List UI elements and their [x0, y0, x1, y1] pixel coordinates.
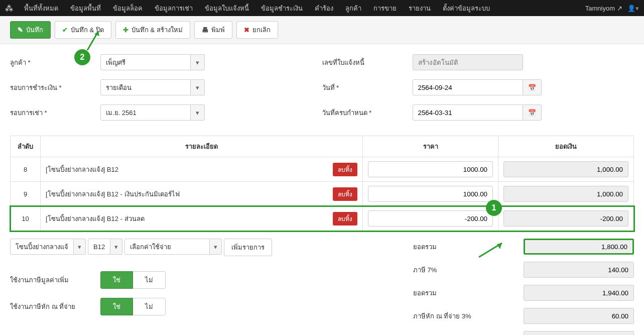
save-new-label: บันทึก & สร้างใหม่ — [132, 25, 183, 35]
wht-toggle-label: ใช้งานภาษีหัก ณ ที่จ่าย — [10, 301, 100, 312]
vat-label: ภาษี 7% — [413, 265, 513, 275]
row-price-input[interactable] — [368, 210, 493, 227]
nav-item-rental[interactable]: ข้อมูลการเช่า — [149, 3, 199, 14]
save-label: บันทึก — [26, 25, 43, 35]
due-date-input[interactable] — [413, 104, 523, 121]
print-button[interactable]: 🖶 พิมพ์ — [194, 21, 232, 39]
top-navigation: ⁂ พื้นที่ทั้งหมด ข้อมูลพื้นที่ ข้อมูลล็อ… — [0, 0, 644, 16]
lock-select[interactable]: B12 — [88, 239, 122, 256]
wht-toggle[interactable]: ใช่ ไม่ — [100, 298, 166, 315]
calendar-icon[interactable]: 📅 — [523, 104, 542, 121]
save-button[interactable]: ✎ บันทึก — [10, 21, 51, 39]
th-desc: รายละเอียด — [41, 136, 363, 157]
row-price-input[interactable] — [368, 186, 493, 202]
row-amount-input — [503, 186, 628, 202]
delete-row-button[interactable]: ลบทิ้ง — [333, 212, 357, 226]
table-row: 9[โซนปิ้งย่างกลางแจ้ง] B12 - เงินประกันม… — [11, 182, 634, 206]
date-label: วันที่ * — [322, 82, 413, 93]
vat-toggle[interactable]: ใช่ ไม่ — [100, 271, 166, 289]
customer-value: เพ็ญศรี — [100, 54, 191, 70]
delete-row-button[interactable]: ลบทิ้ง — [333, 187, 357, 201]
nav-item-report[interactable]: รายงาน — [403, 3, 437, 14]
nav-item-sales[interactable]: การขาย — [367, 3, 403, 14]
chevron-down-icon[interactable] — [191, 54, 205, 70]
annotation-marker-1: 1 — [486, 200, 502, 216]
annotation-marker-2: 2 — [74, 49, 90, 65]
save-new-button[interactable]: ✚ บันทึก & สร้างใหม่ — [115, 21, 190, 39]
add-item-controls: โซนปิ้งย่างกลางแจ้ B12 เลือกค่าใช้จ่าย เ… — [10, 239, 403, 256]
rent-cycle-value: เม.ย. 2561 — [100, 104, 191, 121]
customer-select[interactable]: เพ็ญศรี — [100, 54, 205, 70]
nav-item-area-info[interactable]: ข้อมูลพื้นที่ — [64, 3, 107, 14]
row-desc-cell: [โซนปิ้งย่างกลางแจ้ง] B12 - เงินประกันมิ… — [41, 182, 363, 206]
vat-toggle-label: ใช้งานภาษีมูลค่าเพิ่ม — [10, 275, 100, 285]
total-value — [524, 285, 634, 301]
nav-item-settings[interactable]: ตั้งค่าข้อมูลระบบ — [437, 3, 496, 14]
chevron-down-icon[interactable] — [110, 239, 122, 255]
chevron-down-icon[interactable] — [191, 104, 205, 121]
print-icon: 🖶 — [202, 26, 208, 34]
nav-item-request[interactable]: คำร้อง — [309, 3, 339, 14]
add-item-button[interactable]: เพิ่มรายการ — [224, 239, 272, 256]
user-icon[interactable]: 👤▾ — [627, 5, 639, 12]
wht-no[interactable]: ไม่ — [133, 298, 166, 315]
user-label: Tamniyom — [585, 5, 615, 12]
th-amount: ยอดเงิน — [498, 136, 634, 157]
lock-value: B12 — [88, 239, 110, 255]
invoice-no-input — [413, 54, 523, 70]
vat-yes[interactable]: ใช่ — [100, 271, 133, 289]
vat-value — [524, 262, 634, 278]
row-price-input[interactable] — [368, 161, 493, 177]
user-menu[interactable]: Tamniyom ↗ — [585, 5, 622, 12]
print-label: พิมพ์ — [211, 25, 225, 35]
row-desc: [โซนปิ้งย่างกลางแจ้ง] B12 — [46, 164, 118, 175]
zone-select[interactable]: โซนปิ้งย่างกลางแจ้ — [10, 239, 86, 256]
row-seq: 8 — [11, 157, 41, 182]
row-price-cell — [363, 182, 498, 206]
th-price: ราคา — [363, 136, 498, 157]
wht-yes[interactable]: ใช่ — [100, 298, 133, 315]
due-date-label: วันที่ครบกำหนด * — [322, 107, 413, 118]
expense-select[interactable]: เลือกค่าใช้จ่าย — [124, 239, 222, 256]
table-row: 10[โซนปิ้งย่างกลางแจ้ง] B12 - ส่วนลดลบทิ… — [11, 206, 634, 231]
annotation-arrow-subtotal — [477, 240, 507, 260]
nav-item-invoice[interactable]: ข้อมูลใบแจ้งหนี้ — [199, 3, 255, 14]
annotation-arrow-2 — [83, 28, 103, 53]
subtotal-value — [524, 239, 634, 255]
chevron-down-icon[interactable] — [74, 239, 86, 255]
nav-item-areas[interactable]: พื้นที่ทั้งหมด — [18, 3, 64, 14]
save-icon: ✎ — [18, 26, 23, 34]
nav-item-payment[interactable]: ข้อมูลชำระเงิน — [255, 3, 309, 14]
date-input[interactable] — [413, 79, 523, 95]
net-value — [524, 331, 634, 335]
cancel-icon: ✖ — [244, 26, 249, 34]
vat-no[interactable]: ไม่ — [133, 271, 166, 289]
row-price-cell — [363, 157, 498, 182]
plus-icon: ✚ — [123, 26, 128, 34]
row-desc-cell: [โซนปิ้งย่างกลางแจ้ง] B12 - ส่วนลดลบทิ้ง — [41, 206, 363, 231]
row-seq: 9 — [11, 182, 41, 206]
chevron-down-icon[interactable] — [210, 239, 222, 255]
row-amount-input — [503, 161, 628, 177]
row-desc: [โซนปิ้งย่างกลางแจ้ง] B12 - เงินประกันมิ… — [46, 189, 180, 199]
table-row: 8[โซนปิ้งย่างกลางแจ้ง] B12ลบทิ้ง — [11, 157, 634, 182]
payment-cycle-select[interactable]: รายเดือน — [100, 79, 205, 95]
row-amount-cell — [498, 206, 634, 231]
calendar-icon[interactable]: 📅 — [523, 79, 542, 95]
row-amount-cell — [498, 182, 634, 206]
external-link-icon: ↗ — [617, 5, 622, 12]
delete-row-button[interactable]: ลบทิ้ง — [333, 163, 357, 176]
wht-label: ภาษีหัก ณ ที่จ่าย 3% — [413, 311, 513, 321]
cancel-label: ยกเลิก — [252, 25, 271, 35]
zone-value: โซนปิ้งย่างกลางแจ้ — [10, 239, 74, 255]
row-desc-cell: [โซนปิ้งย่างกลางแจ้ง] B12ลบทิ้ง — [41, 157, 363, 182]
nav-item-lock[interactable]: ข้อมูลล็อค — [107, 3, 149, 14]
cancel-button[interactable]: ✖ ยกเลิก — [236, 21, 278, 39]
nav-item-customer[interactable]: ลูกค้า — [339, 3, 367, 14]
expense-value: เลือกค่าใช้จ่าย — [124, 239, 210, 255]
joomla-icon[interactable]: ⁂ — [5, 4, 13, 13]
rent-cycle-label: รอบการเช่า * — [10, 107, 100, 118]
chevron-down-icon[interactable] — [191, 79, 205, 95]
payment-cycle-label: รอบการชำระเงิน * — [10, 82, 100, 93]
rent-cycle-select[interactable]: เม.ย. 2561 — [100, 104, 205, 121]
